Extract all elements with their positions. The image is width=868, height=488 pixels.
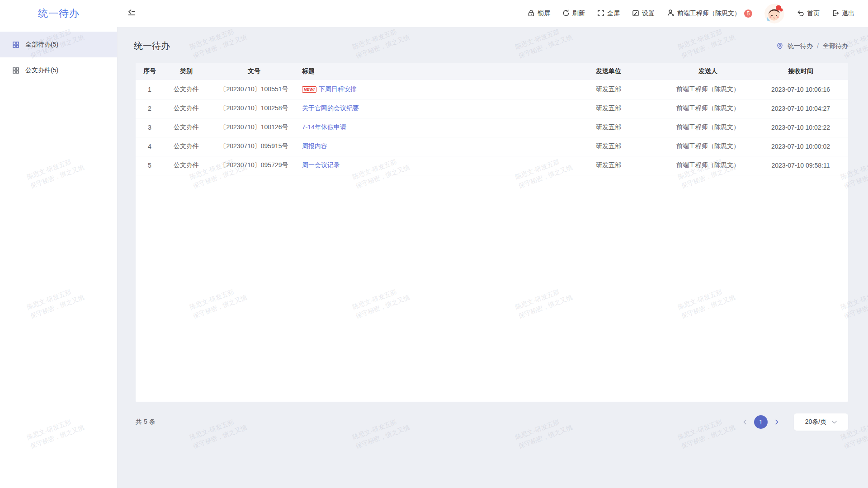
table-header-row: 序号 类别 文号 标题 发送单位 发送人 接收时间 <box>136 63 848 80</box>
home-button[interactable]: 首页 <box>797 9 820 18</box>
row-index: 2 <box>136 99 164 118</box>
breadcrumb: 统一待办 / 全部待办 <box>776 42 848 50</box>
row-title: NEW!下周日程安排 <box>299 80 554 99</box>
sidebar-item-official-doc[interactable]: 公文办件(5) <box>0 57 117 83</box>
logout-label: 退出 <box>842 9 854 18</box>
sidebar-item-label: 公文办件(5) <box>25 66 58 75</box>
table-row: 1公文办件〔20230710〕100551号NEW!下周日程安排研发五部前端工程… <box>136 80 848 99</box>
fullscreen-label: 全屏 <box>607 9 620 18</box>
col-header-received-time: 接收时间 <box>753 63 848 80</box>
document-title-link[interactable]: 关于官网的会议纪要 <box>302 104 359 112</box>
col-header-index: 序号 <box>136 63 164 80</box>
grid-icon <box>12 67 19 74</box>
row-sender: 前端工程师（陈思文） <box>663 156 753 175</box>
row-received-time: 2023-07-10 10:04:27 <box>753 99 848 118</box>
row-category: 公文办件 <box>164 80 209 99</box>
refresh-button[interactable]: 刷新 <box>562 9 585 18</box>
row-title: 关于官网的会议纪要 <box>299 99 554 118</box>
row-index: 5 <box>136 156 164 175</box>
lock-screen-label: 锁屏 <box>538 9 550 18</box>
row-category: 公文办件 <box>164 156 209 175</box>
new-badge: NEW! <box>302 86 316 93</box>
settings-button[interactable]: 设置 <box>632 9 655 18</box>
fullscreen-button[interactable]: 全屏 <box>597 9 620 18</box>
settings-edit-icon <box>632 9 639 18</box>
row-index: 1 <box>136 80 164 99</box>
col-header-title: 标题 <box>299 63 554 80</box>
page-size-select[interactable]: 20条/页 <box>794 413 848 431</box>
col-header-category: 类别 <box>164 63 209 80</box>
row-doc-no: 〔20230710〕095729号 <box>209 156 299 175</box>
document-title-link[interactable]: 7-14年休假申请 <box>302 123 346 131</box>
location-pin-icon <box>776 42 783 50</box>
row-send-unit: 研发五部 <box>554 156 663 175</box>
sidebar-item-all-todo[interactable]: 全部待办(5) <box>0 32 117 57</box>
sidebar-collapse-button[interactable] <box>127 9 136 18</box>
row-doc-no: 〔20230710〕100551号 <box>209 80 299 99</box>
row-send-unit: 研发五部 <box>554 80 663 99</box>
app-window: 统一待办 锁屏 <box>0 0 868 488</box>
row-doc-no: 〔20230710〕100126号 <box>209 118 299 137</box>
body-wrap: 全部待办(5) 公文办件(5) 统一待办 <box>0 27 868 488</box>
main-content: 统一待办 统一待办 / 全部待办 <box>118 27 868 488</box>
grid-icon <box>12 41 19 48</box>
document-title-link[interactable]: 下周日程安排 <box>319 85 357 93</box>
user-icon <box>667 9 675 18</box>
breadcrumb-separator: / <box>817 42 819 50</box>
row-send-unit: 研发五部 <box>554 99 663 118</box>
table-body: 1公文办件〔20230710〕100551号NEW!下周日程安排研发五部前端工程… <box>136 80 848 175</box>
row-received-time: 2023-07-10 09:58:11 <box>753 156 848 175</box>
page-title: 统一待办 <box>134 40 170 52</box>
total-count: 共 5 条 <box>136 418 156 426</box>
breadcrumb-root[interactable]: 统一待办 <box>788 42 813 50</box>
sidebar-item-label: 全部待办(5) <box>25 41 58 49</box>
row-index: 4 <box>136 137 164 156</box>
chevron-down-icon <box>832 421 837 424</box>
row-received-time: 2023-07-10 10:06:16 <box>753 80 848 99</box>
page-size-value: 20条/页 <box>805 418 826 426</box>
row-title: 周报内容 <box>299 137 554 156</box>
home-label: 首页 <box>807 9 820 18</box>
row-category: 公文办件 <box>164 99 209 118</box>
back-home-icon <box>797 9 804 18</box>
sidebar: 全部待办(5) 公文办件(5) <box>0 27 118 488</box>
row-index: 3 <box>136 118 164 137</box>
col-header-send-unit: 发送单位 <box>554 63 663 80</box>
page-head: 统一待办 统一待办 / 全部待办 <box>118 27 868 63</box>
row-received-time: 2023-07-10 10:00:02 <box>753 137 848 156</box>
user-menu[interactable]: 前端工程师（陈思文） 5 <box>667 9 752 18</box>
breadcrumb-current[interactable]: 全部待办 <box>823 42 848 50</box>
list-footer: 共 5 条 1 20条/页 <box>118 402 868 431</box>
header-actions: 锁屏 刷新 全屏 <box>528 4 868 23</box>
todo-table-card: 序号 类别 文号 标题 发送单位 发送人 接收时间 1公文办件〔20230710… <box>136 63 848 402</box>
row-title: 周一会议记录 <box>299 156 554 175</box>
prev-page-button[interactable] <box>739 416 751 428</box>
logout-icon <box>832 9 839 18</box>
row-send-unit: 研发五部 <box>554 137 663 156</box>
lock-icon <box>528 9 535 18</box>
table-row: 2公文办件〔20230710〕100258号关于官网的会议纪要研发五部前端工程师… <box>136 99 848 118</box>
col-header-sender: 发送人 <box>663 63 753 80</box>
refresh-icon <box>562 9 570 18</box>
row-title: 7-14年休假申请 <box>299 118 554 137</box>
settings-label: 设置 <box>642 9 655 18</box>
avatar[interactable] <box>764 4 784 23</box>
row-sender: 前端工程师（陈思文） <box>663 118 753 137</box>
row-received-time: 2023-07-10 10:02:22 <box>753 118 848 137</box>
next-page-button[interactable] <box>770 416 783 428</box>
row-sender: 前端工程师（陈思文） <box>663 99 753 118</box>
document-title-link[interactable]: 周一会议记录 <box>302 161 340 169</box>
row-sender: 前端工程师（陈思文） <box>663 137 753 156</box>
row-sender: 前端工程师（陈思文） <box>663 80 753 99</box>
lock-screen-button[interactable]: 锁屏 <box>528 9 550 18</box>
col-header-doc-no: 文号 <box>209 63 299 80</box>
table-row: 4公文办件〔20230710〕095915号周报内容研发五部前端工程师（陈思文）… <box>136 137 848 156</box>
top-header: 统一待办 锁屏 <box>0 0 868 27</box>
logout-button[interactable]: 退出 <box>832 9 854 18</box>
todo-count-badge: 5 <box>744 9 752 18</box>
current-page-button[interactable]: 1 <box>754 415 768 429</box>
row-category: 公文办件 <box>164 118 209 137</box>
row-doc-no: 〔20230710〕095915号 <box>209 137 299 156</box>
document-title-link[interactable]: 周报内容 <box>302 142 327 150</box>
refresh-label: 刷新 <box>572 9 585 18</box>
